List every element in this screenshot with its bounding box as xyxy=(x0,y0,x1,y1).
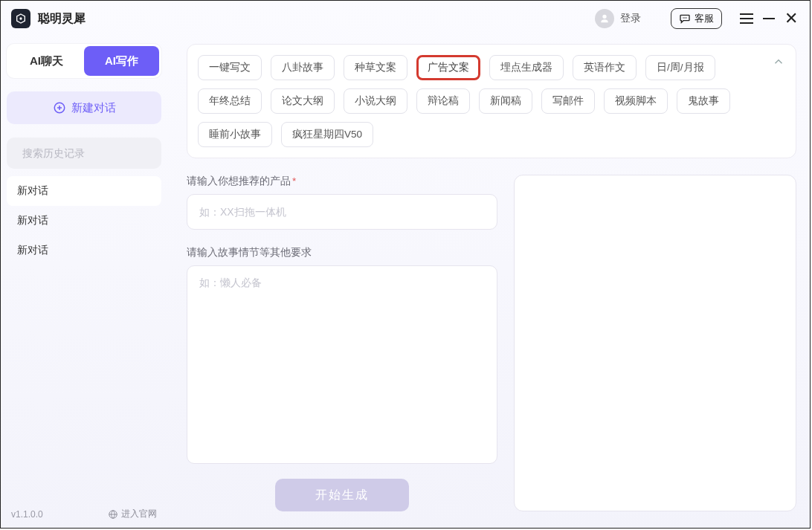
collapse-button[interactable] xyxy=(772,55,785,71)
tab-ai-write[interactable]: AI写作 xyxy=(84,46,159,76)
chat-bubble-icon xyxy=(679,13,691,25)
content-row: 请输入你想推荐的产品* 请输入故事情节等其他要求 开始生成 xyxy=(187,175,796,511)
template-pill[interactable]: 睡前小故事 xyxy=(198,122,272,147)
history-item[interactable]: 新对话 xyxy=(7,236,161,265)
svg-point-0 xyxy=(19,17,22,19)
template-pill-row: 一键写文八卦故事种草文案广告文案埋点生成器英语作文日/周/月报年终总结论文大纲小… xyxy=(198,55,764,147)
app-title: 聪明灵犀 xyxy=(38,11,86,27)
template-pill[interactable]: 种草文案 xyxy=(344,55,407,80)
svg-point-1 xyxy=(683,17,683,18)
app-body: AI聊天 AI写作 新建对话 新对话 新对话 新对话 v1.1.0.0 进入官 xyxy=(1,36,810,528)
app-logo-icon xyxy=(11,9,30,28)
titlebar: 聪明灵犀 登录 客服 ✕ xyxy=(1,1,810,36)
globe-icon xyxy=(108,509,118,520)
template-pill[interactable]: 论文大纲 xyxy=(271,88,335,114)
generate-button[interactable]: 开始生成 xyxy=(275,479,409,511)
template-panel: 一键写文八卦故事种草文案广告文案埋点生成器英语作文日/周/月报年终总结论文大纲小… xyxy=(187,44,796,158)
template-pill[interactable]: 广告文案 xyxy=(416,55,480,80)
minimize-icon[interactable] xyxy=(761,10,777,27)
product-input[interactable] xyxy=(187,194,497,230)
support-label: 客服 xyxy=(695,12,714,25)
product-label-text: 请输入你想推荐的产品 xyxy=(187,175,291,187)
template-pill[interactable]: 新闻稿 xyxy=(479,88,532,114)
detail-textarea[interactable] xyxy=(187,265,497,464)
template-pill[interactable]: 埋点生成器 xyxy=(489,55,564,80)
template-pill[interactable]: 鬼故事 xyxy=(677,88,730,114)
template-pill[interactable]: 小说大纲 xyxy=(344,88,407,114)
history-item[interactable]: 新对话 xyxy=(7,206,161,236)
enter-site-link[interactable]: 进入官网 xyxy=(108,508,157,520)
svg-point-2 xyxy=(684,17,685,18)
login-link[interactable]: 登录 xyxy=(620,12,641,25)
enter-site-label: 进入官网 xyxy=(121,508,157,520)
sidebar-footer: v1.1.0.0 进入官网 xyxy=(7,505,161,523)
chevron-up-icon xyxy=(772,55,785,68)
sidebar: AI聊天 AI写作 新建对话 新对话 新对话 新对话 v1.1.0.0 进入官 xyxy=(1,36,167,528)
template-pill[interactable]: 一键写文 xyxy=(198,55,262,80)
close-icon[interactable]: ✕ xyxy=(783,10,799,27)
detail-field-label: 请输入故事情节等其他要求 xyxy=(187,246,497,259)
support-button[interactable]: 客服 xyxy=(671,8,722,29)
template-pill[interactable]: 英语作文 xyxy=(573,55,637,80)
main-panel: 一键写文八卦故事种草文案广告文案埋点生成器英语作文日/周/月报年终总结论文大纲小… xyxy=(167,36,810,528)
product-field-label: 请输入你想推荐的产品* xyxy=(187,175,497,188)
output-panel xyxy=(514,175,796,511)
template-pill[interactable]: 辩论稿 xyxy=(416,88,470,114)
required-asterisk: * xyxy=(292,175,296,187)
template-pill[interactable]: 视频脚本 xyxy=(604,88,668,114)
plus-circle-icon xyxy=(53,101,66,114)
search-input[interactable] xyxy=(22,147,152,159)
user-avatar-icon[interactable] xyxy=(595,9,614,28)
search-history-box[interactable] xyxy=(7,138,161,169)
history-list: 新对话 新对话 新对话 xyxy=(7,176,161,265)
new-chat-button[interactable]: 新建对话 xyxy=(7,91,161,124)
template-pill[interactable]: 疯狂星期四V50 xyxy=(281,122,373,147)
version-label: v1.1.0.0 xyxy=(11,509,43,520)
menu-icon[interactable] xyxy=(738,10,755,27)
template-pill[interactable]: 年终总结 xyxy=(198,88,262,114)
tab-ai-chat[interactable]: AI聊天 xyxy=(9,46,84,76)
new-chat-label: 新建对话 xyxy=(71,101,116,115)
mode-tabs: AI聊天 AI写作 xyxy=(7,44,161,78)
svg-point-3 xyxy=(686,17,686,18)
app-window: 聪明灵犀 登录 客服 ✕ AI聊天 AI写作 新建对话 xyxy=(0,0,811,529)
template-pill[interactable]: 写邮件 xyxy=(541,88,595,114)
form-column: 请输入你想推荐的产品* 请输入故事情节等其他要求 开始生成 xyxy=(187,175,497,511)
history-item[interactable]: 新对话 xyxy=(7,176,161,206)
template-pill[interactable]: 日/周/月报 xyxy=(645,55,715,80)
template-pill[interactable]: 八卦故事 xyxy=(271,55,335,80)
